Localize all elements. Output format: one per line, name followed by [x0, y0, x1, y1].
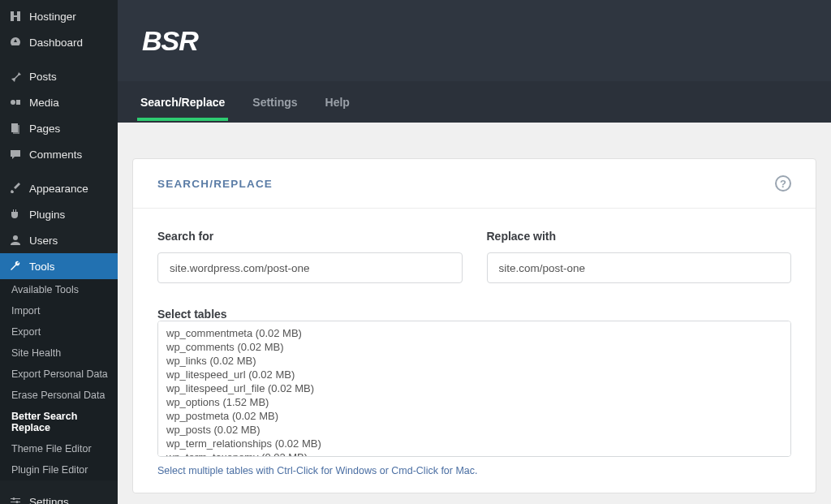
table-option[interactable]: wp_term_relationships (0.02 MB): [166, 437, 782, 450]
sidebar-item-media[interactable]: Media: [0, 89, 118, 115]
pin-icon: [8, 69, 23, 84]
hostinger-icon: [8, 9, 23, 24]
sub-item-theme-file-editor[interactable]: Theme File Editor: [0, 438, 118, 459]
sub-item-erase-personal-data[interactable]: Erase Personal Data: [0, 385, 118, 406]
sidebar-item-settings[interactable]: Settings: [0, 489, 118, 504]
svg-point-3: [11, 100, 15, 105]
sub-item-available-tools[interactable]: Available Tools: [0, 279, 118, 300]
main-content: BSR Search/Replace Settings Help SEARCH/…: [118, 0, 831, 504]
help-icon[interactable]: ?: [775, 175, 791, 192]
sidebar-item-label: Media: [29, 97, 59, 109]
media-icon: [8, 95, 23, 110]
comment-icon: [8, 147, 23, 162]
sidebar-item-hostinger[interactable]: Hostinger: [0, 3, 118, 29]
card-title: SEARCH/REPLACE: [157, 178, 273, 190]
replace-with-label: Replace with: [487, 230, 792, 243]
gauge-icon: [8, 35, 23, 50]
table-option[interactable]: wp_litespeed_url (0.02 MB): [166, 368, 782, 381]
sidebar-item-label: Pages: [29, 123, 60, 135]
sidebar-item-appearance[interactable]: Appearance: [0, 175, 118, 201]
sidebar-item-plugins[interactable]: Plugins: [0, 201, 118, 227]
brush-icon: [8, 181, 23, 196]
tab-search-replace[interactable]: Search/Replace: [137, 84, 228, 120]
sidebar-item-label: Settings: [29, 496, 69, 505]
select-tables-hint: Select multiple tables with Ctrl-Click f…: [157, 465, 791, 476]
tab-help[interactable]: Help: [322, 84, 353, 120]
table-option[interactable]: wp_postmeta (0.02 MB): [166, 409, 782, 423]
sidebar-item-label: Appearance: [29, 183, 88, 195]
admin-sidebar: Hostinger Dashboard Posts Media Pages: [0, 0, 118, 504]
search-for-input[interactable]: [157, 252, 463, 283]
svg-point-8: [16, 501, 19, 503]
svg-point-6: [13, 235, 18, 240]
plugin-banner: BSR: [118, 0, 831, 81]
sidebar-item-label: Comments: [29, 149, 82, 161]
sidebar-item-label: Posts: [29, 71, 57, 83]
svg-rect-2: [11, 15, 20, 17]
svg-rect-5: [13, 125, 19, 134]
sub-item-plugin-file-editor[interactable]: Plugin File Editor: [0, 459, 118, 480]
sidebar-item-dashboard[interactable]: Dashboard: [0, 29, 118, 55]
sub-item-import[interactable]: Import: [0, 300, 118, 321]
wrench-icon: [8, 259, 23, 274]
sidebar-item-label: Users: [29, 235, 58, 247]
sidebar-item-label: Plugins: [29, 209, 65, 221]
sub-item-site-health[interactable]: Site Health: [0, 342, 118, 364]
sub-item-export[interactable]: Export: [0, 321, 118, 342]
table-option[interactable]: wp_litespeed_url_file (0.02 MB): [166, 381, 782, 395]
select-tables-label: Select tables: [157, 308, 227, 321]
user-icon: [8, 233, 23, 248]
sidebar-item-posts[interactable]: Posts: [0, 63, 118, 89]
sidebar-item-comments[interactable]: Comments: [0, 141, 118, 167]
sub-item-export-personal-data[interactable]: Export Personal Data: [0, 364, 118, 385]
plugin-tabs: Search/Replace Settings Help: [118, 81, 831, 123]
select-tables-input[interactable]: wp_commentmeta (0.02 MB)wp_comments (0.0…: [157, 321, 791, 457]
table-option[interactable]: wp_commentmeta (0.02 MB): [166, 326, 782, 340]
table-option[interactable]: wp_posts (0.02 MB): [166, 423, 782, 437]
sub-item-better-search-replace[interactable]: Better Search Replace: [0, 406, 118, 438]
sidebar-item-label: Tools: [29, 261, 55, 273]
sidebar-item-pages[interactable]: Pages: [0, 115, 118, 141]
plug-icon: [8, 207, 23, 222]
tab-settings[interactable]: Settings: [249, 84, 300, 120]
table-option[interactable]: wp_links (0.02 MB): [166, 354, 782, 368]
sidebar-item-users[interactable]: Users: [0, 227, 118, 253]
sliders-icon: [8, 494, 23, 504]
replace-with-input[interactable]: [487, 252, 792, 283]
table-option[interactable]: wp_term_taxonomy (0.02 MB): [166, 450, 782, 457]
sidebar-item-tools[interactable]: Tools: [0, 253, 118, 279]
bsr-logo: BSR: [142, 25, 198, 57]
sidebar-item-label: Dashboard: [29, 37, 83, 49]
search-replace-card: SEARCH/REPLACE ? Search for Replace with: [132, 158, 816, 493]
search-for-label: Search for: [157, 230, 463, 243]
table-option[interactable]: wp_comments (0.02 MB): [166, 340, 782, 354]
svg-point-7: [13, 498, 15, 500]
pages-icon: [8, 121, 23, 136]
table-option[interactable]: wp_options (1.52 MB): [166, 395, 782, 409]
sidebar-item-label: Hostinger: [29, 11, 76, 23]
